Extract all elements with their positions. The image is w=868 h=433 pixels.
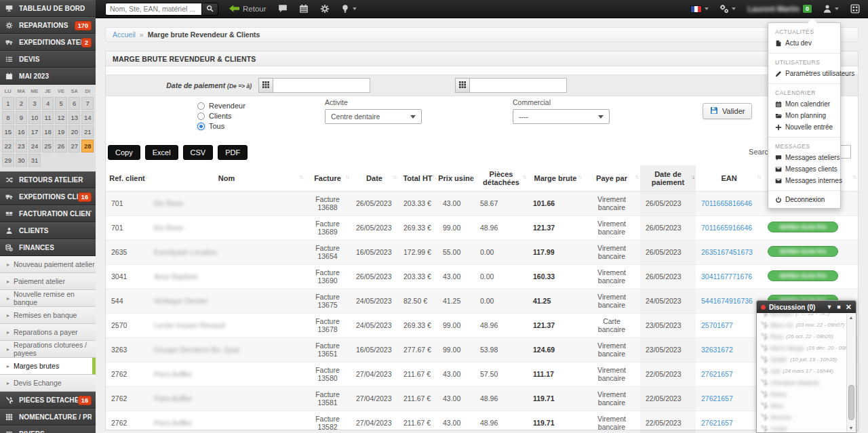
ean-link[interactable]: 27621657 (701, 370, 733, 378)
discussion-contact[interactable]: Riess (760, 388, 846, 400)
sidebar-item-finances[interactable]: 0FINANCES (0, 239, 96, 256)
sidebar-item-expeditions-atelier[interactable]: EXPEDITIONS ATELIER2 (0, 34, 96, 51)
sidebar-subitem-reparations-cloturees-payees[interactable]: ▸Reparations cloturees / payees (0, 341, 96, 358)
column-header-ean[interactable]: EAN↑↓ (696, 165, 762, 191)
sidebar-subitem-marges-brutes[interactable]: ▸Marges brutes (0, 358, 96, 375)
discussion-contact[interactable]: Christian Matarie (760, 377, 846, 388)
ean-link[interactable]: 27621657 (701, 419, 733, 427)
datepicker-button-from[interactable] (258, 78, 273, 93)
scroll-down-icon[interactable]: ▼ (847, 426, 855, 430)
discussion-contact[interactable]: Juli(24 mars 17 - 16h44) (760, 365, 846, 377)
sidebar-subitem-nouvelle-remise-en-banque[interactable]: ▸Nouvelle remise en banque (0, 290, 96, 307)
ean-link[interactable]: 7011665916646 (701, 224, 752, 232)
calendar-day[interactable]: 6 (68, 97, 81, 110)
export-button-pdf[interactable]: PDF (218, 145, 248, 160)
fullscreen-icon[interactable] (850, 4, 860, 14)
ean-link[interactable]: 27621657 (701, 394, 733, 403)
maximize-icon[interactable]: ■ (837, 304, 840, 310)
column-header-facture[interactable]: Facture↑↓ (304, 165, 351, 191)
column-header-prix-usine[interactable]: Prix usine↑↓ (437, 165, 475, 191)
calendar-day[interactable]: 3 (28, 97, 41, 110)
sidebar-item-tableau-de-bord[interactable]: TABLEAU DE BORD (0, 0, 96, 17)
calendar-day[interactable]: 22 (2, 140, 14, 152)
menu-item-messages-internes[interactable]: Messages internes (768, 175, 840, 186)
commercial-select[interactable]: ---- (513, 109, 610, 124)
sidebar-subitem-nouveau-paiement-atelier[interactable]: ▸Nouveau paiement atelier (0, 256, 96, 273)
calendar-day[interactable]: 7 (81, 97, 94, 110)
ean-link[interactable]: 7011665816646 (701, 199, 752, 207)
gear-icon[interactable] (320, 4, 330, 14)
sidebar-item-mai-2023[interactable]: MAI 2023 (0, 68, 96, 85)
menu-item-messages-ateliers[interactable]: Messages ateliers (768, 152, 840, 163)
discussion-contact[interactable]: Ries(26 oct. 22 - 08h20) (760, 331, 846, 342)
menu-item-nouvelle-entr-e[interactable]: Nouvelle entrée (768, 121, 840, 133)
column-header-ref-client[interactable]: Ref. client↑↓ (106, 165, 149, 191)
calendar-day[interactable]: 27 (68, 140, 81, 152)
radio-revendeur[interactable]: Revendeur (197, 102, 245, 110)
calendar-day[interactable]: 20 (68, 125, 81, 138)
menu-item-mon-planning[interactable]: Mon planning (768, 110, 840, 121)
column-header-paye-par[interactable]: Paye par↑↓ (583, 165, 640, 191)
sidebar-item-retours-atelier[interactable]: RETOURS ATELIER (0, 171, 96, 188)
column-header-marge-brute[interactable]: Marge brute↑↓ (528, 165, 583, 191)
ean-link[interactable]: 5441674916736 (701, 297, 753, 305)
discussion-contact[interactable]: Berthier(.. ... 22 - ..h..) (760, 313, 846, 319)
date-to-input[interactable] (470, 78, 567, 93)
export-button-excel[interactable]: Excel (145, 145, 178, 160)
sidebar-item-facturation-clients[interactable]: FACTURATION CLIENTS (0, 205, 96, 222)
datepicker-button-to[interactable] (455, 78, 470, 93)
sidebar-item-clients[interactable]: CLIENTS (0, 222, 96, 239)
calendar-day[interactable]: 28 (81, 140, 94, 152)
calendar-day[interactable]: 17 (28, 125, 41, 138)
calendar-day[interactable]: 26 (55, 140, 67, 152)
calendar-day[interactable]: 9 (16, 111, 28, 124)
ean-link[interactable]: 25701677 (701, 321, 733, 329)
calendar-day[interactable]: 21 (81, 125, 94, 138)
calendar-day[interactable]: 10 (28, 111, 41, 124)
calendar-day[interactable]: 15 (2, 125, 14, 138)
menu-item-deconnexion[interactable]: Deconnexion (768, 191, 840, 205)
ean-link[interactable]: 3041167771676 (701, 272, 752, 281)
language-menu[interactable] (690, 5, 709, 13)
retour-button[interactable]: Retour (229, 5, 267, 14)
valider-button[interactable]: Valider (703, 103, 752, 119)
menu-item-mon-calendrier[interactable]: Mon calendrier (768, 98, 840, 110)
calendar-day[interactable]: 1 (2, 97, 14, 110)
close-icon[interactable]: ✕ (846, 304, 852, 311)
sidebar-item-expeditions-clients[interactable]: EXPEDITIONS CLIENTS16 (0, 188, 96, 205)
calendar-day[interactable]: 24 (28, 140, 41, 152)
global-search-input[interactable] (105, 3, 202, 16)
menu-item-messages-clients[interactable]: Messages clients (768, 163, 840, 175)
discussion-scrollbar[interactable]: ▲ ▼ (846, 314, 855, 432)
sidebar-subitem-remises-en-banque[interactable]: ▸Remises en banque (0, 307, 96, 324)
breadcrumb-home-link[interactable]: Accueil (113, 30, 136, 39)
calendar-day[interactable]: 18 (42, 125, 54, 138)
scrollbar-thumb[interactable] (848, 385, 854, 420)
ean-link[interactable]: 2635167451673 (701, 248, 753, 256)
search-button[interactable] (202, 3, 218, 16)
calendar-day[interactable]: 5 (55, 97, 67, 110)
sidebar-item-pi-ces-d-tach-es[interactable]: PIÈCES DÉTACHÉES16 (0, 392, 96, 409)
sidebar-subitem-reparations-a-payer[interactable]: ▸Reparations a payer (0, 324, 96, 341)
calendar-day[interactable]: 4 (42, 97, 54, 110)
calendar-day[interactable]: 13 (68, 111, 81, 124)
discussion-contact[interactable]: Morriss (760, 411, 846, 423)
sidebar-item-devis[interactable]: DEVIS (0, 51, 96, 68)
calendar-day[interactable]: 11 (42, 111, 54, 124)
export-button-csv[interactable]: CSV (183, 145, 214, 160)
calendar-day[interactable]: 30 (16, 154, 28, 167)
sidebar-subitem-paiement-atelier[interactable]: ▸Paiement atelier (0, 273, 96, 290)
radio-clients[interactable]: Clients (197, 112, 245, 120)
discussion-contact[interactable]: Mira (760, 400, 846, 411)
chat-icon[interactable] (278, 4, 288, 14)
column-header-total-ht[interactable]: Total HT↑↓ (398, 165, 437, 191)
sidebar-subitem-devis-echange[interactable]: ▸Devis Echange (0, 375, 96, 392)
calendar-day[interactable]: 23 (16, 140, 28, 152)
column-header-nom[interactable]: Nom↑↓ (149, 165, 304, 191)
discussion-contact[interactable]: Bleu-Air(03 nov. 22 - 09h07) (760, 319, 846, 331)
radio-tous[interactable]: Tous (197, 122, 245, 130)
calendar-day[interactable]: 25 (42, 140, 54, 152)
menu-item-param-tres-utilisateurs[interactable]: Paramètres utilisateurs (768, 68, 840, 79)
settings-menu[interactable] (719, 4, 736, 14)
calendar-day[interactable]: 16 (16, 125, 28, 138)
